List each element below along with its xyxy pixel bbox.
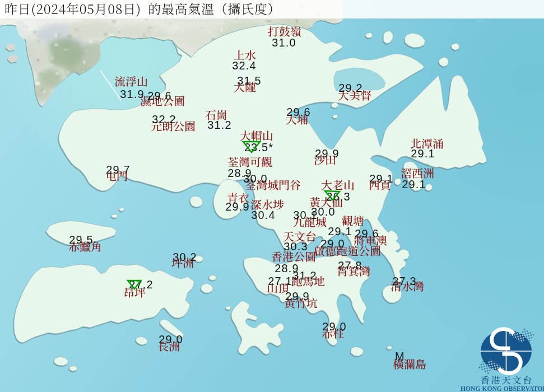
svg-text:29.1: 29.1 <box>402 178 426 190</box>
svg-text:30.3: 30.3 <box>283 240 308 253</box>
svg-text:29.6: 29.6 <box>147 90 171 102</box>
svg-text:29.1: 29.1 <box>411 147 435 160</box>
svg-text:27.1: 27.1 <box>268 275 292 287</box>
svg-text:31.2: 31.2 <box>292 269 317 282</box>
svg-text:30.4: 30.4 <box>251 209 275 221</box>
svg-text:29.1: 29.1 <box>369 172 393 185</box>
svg-text:30.2: 30.2 <box>173 251 197 263</box>
svg-text:29.9: 29.9 <box>315 147 339 160</box>
svg-text:32.2: 32.2 <box>152 113 176 125</box>
svg-text:M: M <box>395 350 405 362</box>
svg-text:29.1: 29.1 <box>328 225 352 237</box>
svg-text:27.8: 27.8 <box>338 259 362 272</box>
svg-text:29.0: 29.0 <box>159 333 183 346</box>
svg-text:32.4: 32.4 <box>232 59 256 72</box>
svg-text:29.2: 29.2 <box>338 82 362 94</box>
svg-text:31.9: 31.9 <box>120 88 144 100</box>
svg-text:29.9: 29.9 <box>225 200 249 213</box>
svg-text:29.0: 29.0 <box>322 320 346 333</box>
svg-text:29.5: 29.5 <box>69 234 93 246</box>
svg-text:29.6: 29.6 <box>286 106 310 118</box>
svg-text:29.6: 29.6 <box>355 227 379 240</box>
svg-text:29.7: 29.7 <box>106 164 130 176</box>
svg-text:30.0: 30.0 <box>243 172 267 185</box>
svg-text:29.9: 29.9 <box>285 290 309 302</box>
svg-text:29.0: 29.0 <box>320 237 345 250</box>
svg-text:30.1: 30.1 <box>293 209 317 221</box>
svg-text:27.3: 27.3 <box>392 275 416 287</box>
svg-text:31.5: 31.5 <box>237 74 261 87</box>
svg-text:HONG KONG OBSERVATORY: HONG KONG OBSERVATORY <box>461 385 544 392</box>
svg-text:31.0: 31.0 <box>272 36 296 49</box>
svg-text:31.2: 31.2 <box>207 119 231 131</box>
